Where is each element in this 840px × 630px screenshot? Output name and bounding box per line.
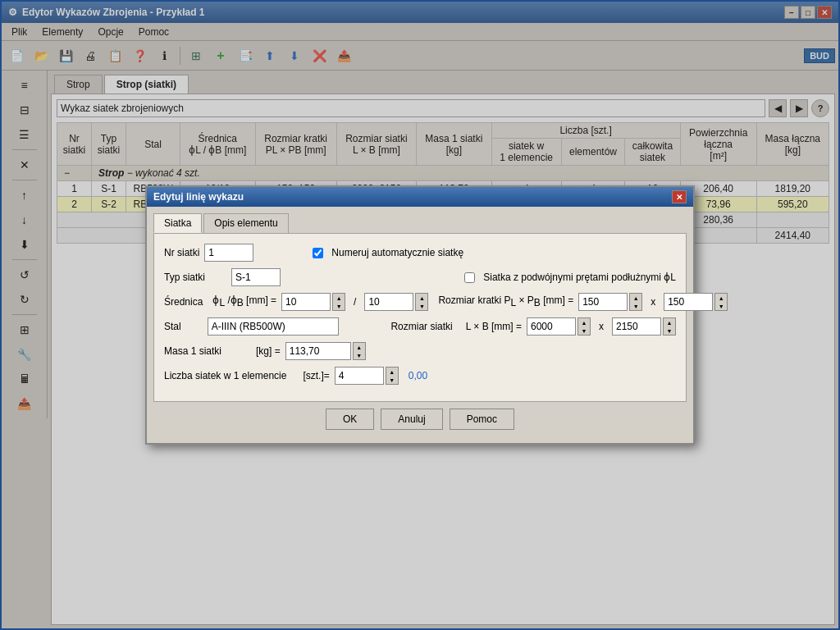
kratka-separator: x xyxy=(647,296,659,308)
liczba-note: 0,00 xyxy=(409,370,427,381)
rozmiar-unit: L × B [mm] = xyxy=(466,321,522,332)
rozmiar-l-down[interactable]: ▼ xyxy=(578,326,590,335)
masa-label: Masa 1 siatki xyxy=(164,345,221,357)
srednica-l-down[interactable]: ▼ xyxy=(333,302,345,310)
form-row-srednica: Średnica ϕL /ϕB [mm] = ▲ ▼ / xyxy=(164,293,676,311)
masa-unit-label: [kg] = xyxy=(256,345,281,357)
modal-tab-content: Nr siatki Numeruj automatycznie siatkę T… xyxy=(153,233,687,402)
podwojne-label: Siatka z podwójnymi prętami podłużnymi ϕ… xyxy=(483,272,676,283)
liczba-up[interactable]: ▲ xyxy=(386,368,398,376)
srednica-b-input[interactable] xyxy=(364,293,413,311)
srednica-l-input[interactable] xyxy=(281,293,331,311)
typ-siatki-input[interactable] xyxy=(231,268,281,286)
srednica-b-input-group: ▲ ▼ xyxy=(364,293,428,311)
kratka-b-spin[interactable]: ▲ ▼ xyxy=(714,293,728,311)
rozmiar-l-group: ▲ ▼ xyxy=(527,317,591,336)
kratka-b-up[interactable]: ▲ xyxy=(715,294,727,302)
srednica-unit: ϕL /ϕB [mm] = xyxy=(212,294,276,308)
kratka-b-down[interactable]: ▼ xyxy=(715,302,727,310)
kratka-l-spin[interactable]: ▲ ▼ xyxy=(629,293,642,311)
srednica-label: Średnica xyxy=(164,296,203,308)
auto-nr-label: Numeruj automatycznie siatkę xyxy=(331,247,463,258)
typ-siatki-label: Typ siatki xyxy=(164,272,205,283)
rozmiar-l-up[interactable]: ▲ xyxy=(578,318,590,326)
liczba-unit-label: [szt.]= xyxy=(303,370,329,381)
form-row-liczba: Liczba siatek w 1 elemencie [szt.]= ▲ ▼ … xyxy=(164,367,676,385)
modal-body: Siatka Opis elementu Nr siatki Numeruj a… xyxy=(147,207,693,443)
nr-siatki-input[interactable] xyxy=(204,244,253,262)
podwojne-checkbox[interactable] xyxy=(464,272,475,283)
srednica-b-spin[interactable]: ▲ ▼ xyxy=(415,293,428,311)
kratka-l-down[interactable]: ▼ xyxy=(630,302,641,310)
rozmiar-b-group: ▲ ▼ xyxy=(612,317,676,336)
kratka-l-input[interactable] xyxy=(578,293,628,311)
modal-close-button[interactable]: ✕ xyxy=(672,190,687,203)
modal-tabs: Siatka Opis elementu xyxy=(153,213,687,233)
form-row-typ: Typ siatki Siatka z podwójnymi prętami p… xyxy=(164,268,676,286)
help-modal-button[interactable]: Pomoc xyxy=(450,409,514,430)
rozmiar-b-down[interactable]: ▼ xyxy=(664,326,675,335)
modal-title: Edytuj linię wykazu xyxy=(153,191,244,203)
srednica-separator: / xyxy=(350,296,359,308)
rozmiar-label: Rozmiar siatki xyxy=(390,321,452,332)
masa-up[interactable]: ▲ xyxy=(354,343,365,351)
liczba-input-group: ▲ ▼ xyxy=(335,367,399,385)
kratka-b-group: ▲ ▼ xyxy=(664,293,728,311)
rozmiar-b-up[interactable]: ▲ xyxy=(664,318,675,326)
rozmiar-l-input[interactable] xyxy=(527,317,576,336)
rozmiar-l-spin[interactable]: ▲ ▼ xyxy=(578,317,591,336)
liczba-input[interactable] xyxy=(335,367,384,385)
liczba-label: Liczba siatek w 1 elemencie xyxy=(164,370,286,381)
modal-title-bar: Edytuj linię wykazu ✕ xyxy=(147,187,693,207)
kratka-label: Rozmiar kratki PL × PB [mm] = xyxy=(438,294,573,308)
modal-tab-opis[interactable]: Opis elementu xyxy=(203,213,288,233)
rozmiar-b-input[interactable] xyxy=(612,317,661,336)
nr-siatki-label: Nr siatki xyxy=(164,247,199,258)
modal-overlay: Edytuj linię wykazu ✕ Siatka Opis elemen… xyxy=(2,2,838,628)
form-row-stal: Stal A-IIIN (RB500W) A-II (RB400W) A-I (… xyxy=(164,317,676,336)
srednica-b-up[interactable]: ▲ xyxy=(416,294,427,302)
auto-nr-checkbox[interactable] xyxy=(313,248,323,258)
modal-tab-siatka[interactable]: Siatka xyxy=(153,213,202,233)
liczba-down[interactable]: ▼ xyxy=(386,376,398,384)
ok-button[interactable]: OK xyxy=(326,409,374,430)
modal-buttons: OK Anuluj Pomoc xyxy=(153,402,687,436)
modal-dialog: Edytuj linię wykazu ✕ Siatka Opis elemen… xyxy=(145,185,695,445)
rozmiar-separator: x xyxy=(596,321,607,332)
masa-input[interactable] xyxy=(285,342,351,360)
kratka-l-up[interactable]: ▲ xyxy=(630,294,641,302)
srednica-l-up[interactable]: ▲ xyxy=(333,294,345,302)
masa-down[interactable]: ▼ xyxy=(354,351,365,359)
srednica-input-group: ▲ ▼ xyxy=(281,293,345,311)
srednica-l-spin[interactable]: ▲ ▼ xyxy=(332,293,345,311)
rozmiar-b-spin[interactable]: ▲ ▼ xyxy=(663,317,676,336)
srednica-b-down[interactable]: ▼ xyxy=(416,302,427,310)
stal-label: Stal xyxy=(164,321,181,332)
kratka-b-input[interactable] xyxy=(664,293,713,311)
kratka-l-group: ▲ ▼ xyxy=(578,293,642,311)
liczba-spin[interactable]: ▲ ▼ xyxy=(386,367,399,385)
form-row-masa: Masa 1 siatki [kg] = ▲ ▼ xyxy=(164,342,676,360)
stal-dropdown[interactable]: A-IIIN (RB500W) A-II (RB400W) A-I (St3S) xyxy=(208,317,339,336)
form-row-nr: Nr siatki Numeruj automatycznie siatkę xyxy=(164,244,676,262)
masa-spin[interactable]: ▲ ▼ xyxy=(353,342,366,360)
masa-input-group: ▲ ▼ xyxy=(285,342,366,360)
cancel-button[interactable]: Anuluj xyxy=(381,409,442,430)
